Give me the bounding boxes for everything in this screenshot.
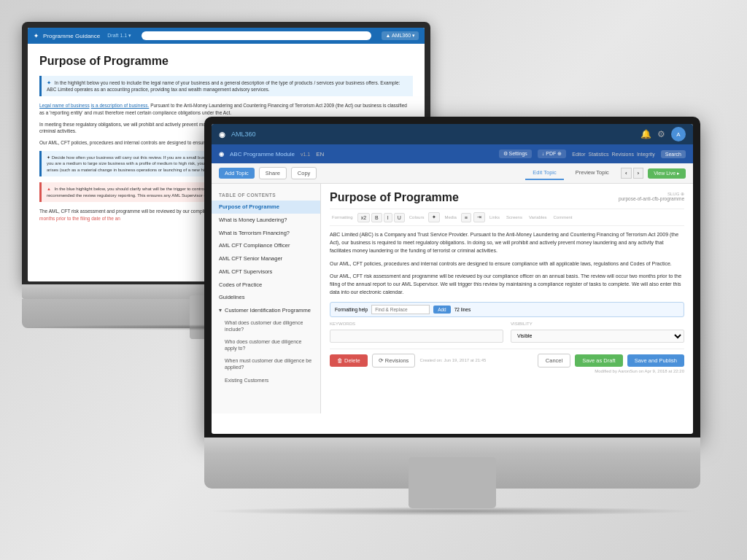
sidebar-item-due-diligence-apply[interactable]: Who does customer due diligence apply to… <box>212 335 320 354</box>
find-input[interactable] <box>371 305 430 314</box>
content-page-title: Purpose of Programme <box>330 191 591 204</box>
sidebar-item-senior-manager[interactable]: AML CFT Senior Manager <box>212 252 320 265</box>
front-trackpad-area <box>204 454 700 489</box>
keywords-label: KEYWORDS <box>330 322 503 326</box>
back-user-menu: ▲ AML360 ▾ <box>382 31 419 40</box>
back-page-title: Purpose of Programme <box>39 52 413 70</box>
sidebar-item-supervisors[interactable]: AML CFT Supervisors <box>212 265 320 279</box>
back-logo-icon: ✦ <box>34 33 39 39</box>
format-indent-btn[interactable]: ⇥ <box>473 212 485 222</box>
keywords-input[interactable] <box>330 330 503 343</box>
back-info-icon: ✦ <box>47 80 51 85</box>
modified-date: Modified by AaronSun on Apr 9, 2018 at 2… <box>595 369 684 373</box>
slug-value: purpose-of-anti-cfb-programme <box>619 196 684 201</box>
next-arrow[interactable]: › <box>633 168 644 179</box>
back-search-bar <box>142 31 371 40</box>
collapse-icon: ▾ <box>219 307 222 314</box>
back-text-block-1: Legal name of business is a description … <box>39 102 413 117</box>
gear-icon[interactable]: ⚙ <box>657 129 665 139</box>
front-navbar-module: ABC Programme Module <box>230 151 295 158</box>
formatting-label: Formatting <box>332 215 353 219</box>
sidebar-item-codes[interactable]: Codes of Practice <box>212 279 320 292</box>
format-group-text: x2 B I U <box>357 213 405 222</box>
back-info-box: ✦ In the highlight below you need to inc… <box>39 76 413 96</box>
front-screen-inner: ◉ AML360 🔔 ⚙ A ◉ ABC Programme Module v1… <box>212 124 693 434</box>
format-list-btn[interactable]: ≡ <box>461 213 471 222</box>
front-navbar-brand: ◉ <box>219 151 224 158</box>
back-legal-link: Legal name of business <box>39 103 90 108</box>
delete-button[interactable]: 🗑 Delete <box>330 354 368 367</box>
editor-tab[interactable]: Editor <box>572 152 585 157</box>
save-draft-button[interactable]: Save as Draft <box>575 354 622 367</box>
sidebar-item-guidelines[interactable]: Guidelines <box>212 291 320 304</box>
avatar[interactable]: A <box>671 127 686 141</box>
cancel-button[interactable]: Cancel <box>538 354 570 368</box>
preview-topic-tab[interactable]: Preview Topic <box>568 166 616 180</box>
front-navbar-version: v1.1 <box>301 152 310 157</box>
format-underline-btn[interactable]: U <box>394 213 405 222</box>
content-bottom-bar: 🗑 Delete ⟳ Revisions Created on: Jun 19,… <box>330 349 684 368</box>
statistics-tab[interactable]: Statistics <box>589 152 609 157</box>
find-replace-bar: Formatting help Add 72 lines <box>330 302 684 317</box>
front-laptop: ◉ AML360 🔔 ⚙ A ◉ ABC Programme Module v1… <box>204 117 700 496</box>
copy-button[interactable]: Copy <box>291 167 317 179</box>
front-screen-outer: ◉ AML360 🔔 ⚙ A ◉ ABC Programme Module v1… <box>204 117 700 438</box>
variables-label: Variables <box>529 215 547 219</box>
front-navbar: ◉ ABC Programme Module v1.1 EN ⚙ Setting… <box>212 144 693 163</box>
visibility-label: VISIBILITY <box>511 322 684 326</box>
content-top-row: Purpose of Programme SLUG ⊕ purpose-of-a… <box>330 191 684 204</box>
links-label: Links <box>489 215 500 219</box>
integrity-tab[interactable]: Integrity <box>637 152 655 157</box>
front-app-name: AML360 <box>231 131 256 138</box>
save-publish-button[interactable]: Save and Publish <box>627 354 684 367</box>
sidebar-item-money-laundering[interactable]: What is Money Laundering? <box>212 214 320 227</box>
edit-topic-tab[interactable]: Edit Topic <box>525 166 563 180</box>
scene: ✦ Programme Guidance Draft 1.1 ▾ ▲ AML36… <box>0 0 747 560</box>
back-warning-icon: ✦ <box>47 155 50 160</box>
search-button[interactable]: Search <box>661 150 686 158</box>
sidebar-customer-id-label: Customer Identification Programme <box>225 307 311 314</box>
media-label: Media <box>444 215 456 219</box>
keywords-field: KEYWORDS <box>330 322 503 343</box>
revisions-tab[interactable]: Revisions <box>612 152 634 157</box>
sidebar-item-due-diligence-include[interactable]: What does customer due diligence include… <box>212 316 320 335</box>
back-info-text: In the highlight below you need to inclu… <box>47 80 400 92</box>
front-actionbar: Add Topic Share Copy Edit Topic Preview … <box>212 163 693 184</box>
body-paragraph-1: ABC Limited (ABC) is a Company and Trust… <box>330 230 684 255</box>
body-paragraph-3: Our AML, CFT risk assessment and program… <box>330 272 684 297</box>
sidebar-item-due-diligence-applied[interactable]: When must customer due diligence be appl… <box>212 354 320 373</box>
add-topic-button[interactable]: Add Topic <box>219 168 255 179</box>
front-main: TABLE OF CONTENTS Purpose of Programme W… <box>212 184 693 413</box>
sidebar-item-compliance-officer[interactable]: AML CFT Compliance Officer <box>212 239 320 252</box>
find-add-btn[interactable]: Add <box>433 306 451 314</box>
front-navbar-lang: EN <box>316 151 324 158</box>
front-topbar: ◉ AML360 🔔 ⚙ A <box>212 124 693 144</box>
colours-label: Colours <box>409 215 425 219</box>
bell-icon[interactable]: 🔔 <box>640 129 651 139</box>
sidebar-item-existing-customers[interactable]: Existing Customers <box>212 374 320 386</box>
back-topbar-title: Programme Guidance <box>43 33 100 39</box>
front-navbar-tabs: Editor Statistics Revisions Integrity <box>572 152 655 157</box>
visibility-select[interactable]: Visible <box>511 330 684 343</box>
format-italic-btn[interactable]: I <box>384 213 392 222</box>
share-button[interactable]: Share <box>259 167 287 179</box>
pdf-button[interactable]: ↓ PDF ⊕ <box>538 149 566 158</box>
view-live-button[interactable]: View Live ▸ <box>648 168 686 179</box>
find-lines-count: 72 lines <box>454 307 471 312</box>
format-size-btn[interactable]: x2 <box>357 213 370 222</box>
format-bold-btn[interactable]: B <box>371 213 382 222</box>
revisions-button[interactable]: ⟳ Revisions <box>372 354 416 368</box>
sidebar-item-terrorism[interactable]: What is Terrorism Financing? <box>212 227 320 240</box>
sidebar-item-customer-id[interactable]: ▾ Customer Identification Programme <box>212 304 320 316</box>
front-logo-icon: ◉ <box>219 131 225 139</box>
content-slug: SLUG ⊕ purpose-of-anti-cfb-programme <box>597 191 684 201</box>
sidebar-header: TABLE OF CONTENTS <box>212 190 320 201</box>
find-bar-label: Formatting help <box>335 307 368 312</box>
back-topbar-draft: Draft 1.1 ▾ <box>107 33 131 39</box>
settings-button[interactable]: ⚙ Settings <box>499 149 532 158</box>
format-link-btn[interactable]: ✦ <box>428 212 440 222</box>
comment-label: Comment <box>554 215 573 219</box>
back-topbar: ✦ Programme Guidance Draft 1.1 ▾ ▲ AML36… <box>28 28 425 44</box>
prev-arrow[interactable]: ‹ <box>621 168 632 179</box>
sidebar-item-purpose[interactable]: Purpose of Programme <box>212 201 320 214</box>
